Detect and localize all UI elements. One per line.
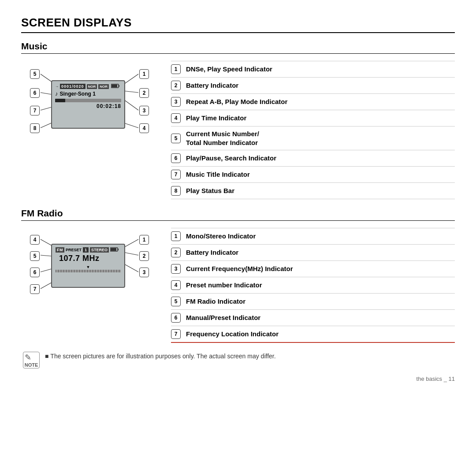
battery-icon — [111, 84, 120, 88]
page: SCREEN DISPLAYS Music — [0, 0, 476, 393]
fm-indicator-4: 4 Preset number Indicator — [171, 277, 455, 294]
fm-badge-1: 1 — [139, 235, 149, 245]
indicator-label: Play/Pause, Search Indicator — [186, 154, 276, 163]
indicator-badge: 1 — [171, 231, 181, 241]
fm-badge-6: 6 — [30, 268, 40, 277]
note-label: NOTE — [25, 362, 38, 368]
freq-slider-row: ▼ — [56, 265, 121, 272]
svg-rect-9 — [112, 85, 117, 87]
indicator-label: Current Frequency(MHz) Indicator — [186, 264, 293, 273]
indicator-badge: 4 — [171, 280, 181, 290]
note-box: ✎ NOTE ■ The screen pictures are for ill… — [21, 352, 455, 368]
svg-rect-19 — [111, 248, 116, 251]
note-content: The screen pictures are for illustration… — [50, 353, 275, 360]
indicator-badge: 2 — [171, 81, 181, 90]
fm-section-content: 4 1 5 2 6 3 — [21, 228, 455, 343]
indicator-badge: 3 — [171, 264, 181, 274]
progress-fill — [55, 99, 65, 102]
time-display: 00:02:18 — [55, 103, 121, 109]
song-title: Singer-Song 1 — [60, 91, 96, 97]
indicator-label: Mono/Stereo Indicator — [186, 232, 256, 241]
fm-indicator-6: 6 Manual/Preset Indicator — [171, 310, 455, 326]
music-indicator-6: 6 Play/Pause, Search Indicator — [171, 150, 455, 167]
music-row1: → 0001/0020 NOR NOR — [55, 84, 121, 89]
fm-section: FM Radio — [21, 208, 455, 343]
track-number: 0001/0020 — [60, 84, 86, 89]
svg-rect-10 — [119, 85, 119, 87]
fm-badge-4: 4 — [30, 235, 40, 245]
note-text: ■ The screen pictures are for illustrati… — [45, 352, 276, 360]
indicator-badge: 6 — [171, 313, 181, 323]
music-badge-5: 5 — [30, 69, 40, 79]
indicator-badge: 2 — [171, 248, 181, 257]
music-indicator-5: 5 Current Music Number/Total Number Indi… — [171, 126, 455, 150]
fm-battery-icon — [110, 247, 119, 252]
indicator-label: Music Title Indicator — [186, 170, 250, 179]
music-section: Music — [21, 41, 455, 199]
music-indicator-2: 2 Battery Indicator — [171, 78, 455, 94]
indicator-label: DNSe, Play Speed Indicator — [186, 65, 272, 74]
fm-indicator-5: 5 FM Radio Indicator — [171, 294, 455, 310]
indicator-badge: 8 — [171, 186, 181, 196]
music-badge-7: 7 — [30, 106, 40, 115]
music-badge-2: 2 — [139, 88, 149, 98]
indicator-badge: 1 — [171, 64, 181, 74]
fm-badge-7: 7 — [30, 284, 40, 294]
indicator-badge: 6 — [171, 153, 181, 163]
music-indicator-1: 1 DNSe, Play Speed Indicator — [171, 61, 455, 78]
fm-section-title: FM Radio — [21, 208, 455, 221]
indicator-label: FM Radio Indicator — [186, 297, 245, 306]
fm-badge-2: 2 — [139, 251, 149, 261]
indicator-label: Frequency Location Indicator — [186, 330, 279, 338]
music-badge-4: 4 — [139, 123, 149, 133]
fm-badge-3: 3 — [139, 268, 149, 277]
indicator-label: Manual/Preset Indicator — [186, 313, 260, 322]
music-note-icon: ♪ — [55, 90, 58, 97]
stereo-badge: STEREO — [90, 247, 109, 253]
music-screen-content: → 0001/0020 NOR NOR — [52, 81, 124, 128]
fm-screen: FM PRESET 1 STEREO — [51, 244, 125, 288]
indicator-label: Preset number Indicator — [186, 281, 262, 290]
fm-indicator-3: 3 Current Frequency(MHz) Indicator — [171, 261, 455, 277]
indicator-badge: 7 — [171, 329, 181, 339]
music-indicator-list: 1 DNSe, Play Speed Indicator 2 Battery I… — [171, 61, 455, 199]
music-indicator-8: 8 Play Status Bar — [171, 183, 455, 199]
frequency-display: 107.7 MHz — [59, 254, 121, 263]
indicator-badge: 7 — [171, 170, 181, 179]
indicator-badge: 3 — [171, 97, 181, 107]
indicator-label: Play Time Indicator — [186, 114, 246, 123]
frequency-slider — [56, 270, 121, 272]
note-icon-box: ✎ NOTE — [23, 352, 40, 368]
music-badge-1: 1 — [139, 69, 149, 79]
indicator-label: Battery Indicator — [186, 248, 238, 257]
preset-label: PRESET — [66, 248, 82, 252]
music-indicator-7: 7 Music Title Indicator — [171, 167, 455, 183]
fm-indicator-7: 7 Frequency Location Indicator — [171, 326, 455, 343]
music-screen: → 0001/0020 NOR NOR — [51, 80, 125, 129]
music-badge-3: 3 — [139, 106, 149, 115]
nor-badge-2: NOR — [98, 84, 109, 89]
indicator-label: Play Status Bar — [186, 186, 234, 195]
page-number: the basics _ 11 — [21, 376, 455, 382]
fm-indicator-2: 2 Battery Indicator — [171, 245, 455, 261]
nor-badge-1: NOR — [87, 84, 97, 89]
note-icon: ✎ — [25, 353, 31, 362]
indicator-label: Repeat A-B, Play Mode Indicator — [186, 97, 287, 106]
fm-label: FM — [56, 247, 64, 253]
music-section-content: 5 1 6 2 7 3 — [21, 61, 455, 199]
indicator-label: Current Music Number/Total Number Indica… — [186, 130, 259, 147]
preset-number: 1 — [83, 247, 89, 253]
music-title-row: ♪ Singer-Song 1 — [55, 90, 121, 97]
indicator-badge: 4 — [171, 113, 181, 123]
fm-screen-content: FM PRESET 1 STEREO — [52, 245, 124, 287]
indicator-badge: 5 — [171, 134, 181, 143]
music-indicator-3: 3 Repeat A-B, Play Mode Indicator — [171, 94, 455, 110]
music-badge-8: 8 — [30, 123, 40, 133]
music-section-title: Music — [21, 41, 455, 54]
progress-row — [55, 99, 121, 102]
indicator-badge: 5 — [171, 297, 181, 306]
fm-row1: FM PRESET 1 STEREO — [56, 247, 121, 253]
fm-indicator-1: 1 Mono/Stereo Indicator — [171, 228, 455, 245]
music-diagram: 5 1 6 2 7 3 — [21, 61, 158, 152]
fm-indicator-list: 1 Mono/Stereo Indicator 2 Battery Indica… — [171, 228, 455, 343]
